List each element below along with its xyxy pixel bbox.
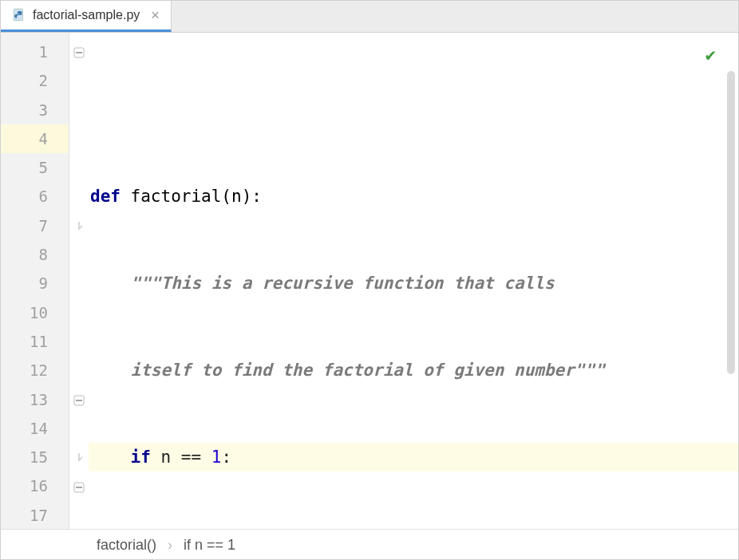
line-number[interactable]: 10 [1, 298, 69, 327]
code-line[interactable]: itself to find the factorial of given nu… [89, 356, 738, 385]
line-number[interactable]: 8 [1, 240, 69, 269]
code-line-current[interactable]: if n == 1: [89, 443, 738, 471]
line-number[interactable]: 16 [1, 471, 69, 500]
fold-end-icon[interactable] [73, 452, 85, 463]
line-gutter: 1 2 3 4 5 6 7 8 9 10 11 12 13 14 15 16 1… [1, 33, 69, 529]
line-number[interactable]: 3 [1, 96, 69, 124]
code-area[interactable]: ✔ def factorial(n): """This is a recursi… [89, 33, 738, 529]
svg-point-1 [17, 12, 18, 13]
fold-toggle-icon[interactable] [73, 481, 85, 492]
line-number[interactable]: 4 [1, 124, 69, 153]
tab-bar: factorial-sample.py × [1, 1, 738, 33]
tab-filename: factorial-sample.py [33, 8, 140, 22]
fold-toggle-icon[interactable] [73, 46, 85, 57]
breadcrumb-item[interactable]: if n == 1 [184, 537, 235, 554]
line-number[interactable]: 6 [1, 182, 69, 211]
fold-end-icon[interactable] [73, 220, 85, 231]
breadcrumb-bar: factorial() › if n == 1 [1, 529, 738, 560]
line-number[interactable]: 9 [1, 269, 69, 298]
inspection-ok-icon[interactable]: ✔ [705, 41, 716, 69]
line-number[interactable]: 7 [1, 211, 69, 240]
close-tab-icon[interactable]: × [151, 7, 160, 24]
breadcrumb-item[interactable]: factorial() [97, 537, 156, 554]
line-number[interactable]: 5 [1, 153, 69, 182]
code-line[interactable]: """This is a recursive function that cal… [89, 269, 738, 298]
line-number[interactable]: 2 [1, 66, 69, 95]
code-line[interactable]: def factorial(n): [89, 182, 738, 211]
line-number[interactable]: 17 [1, 501, 69, 530]
editor: 1 2 3 4 5 6 7 8 9 10 11 12 13 14 15 16 1… [1, 33, 738, 529]
file-tab[interactable]: factorial-sample.py × [1, 1, 172, 32]
line-number[interactable]: 11 [1, 327, 69, 356]
chevron-right-icon: › [168, 537, 172, 554]
line-number[interactable]: 15 [1, 443, 69, 471]
line-number[interactable]: 13 [1, 385, 69, 414]
vertical-scrollbar[interactable] [727, 71, 735, 374]
line-number[interactable]: 1 [1, 37, 69, 66]
fold-gutter [69, 33, 89, 529]
line-number[interactable]: 12 [1, 356, 69, 385]
fold-toggle-icon[interactable] [73, 394, 85, 405]
line-number[interactable]: 14 [1, 414, 69, 443]
python-file-icon [12, 8, 26, 22]
